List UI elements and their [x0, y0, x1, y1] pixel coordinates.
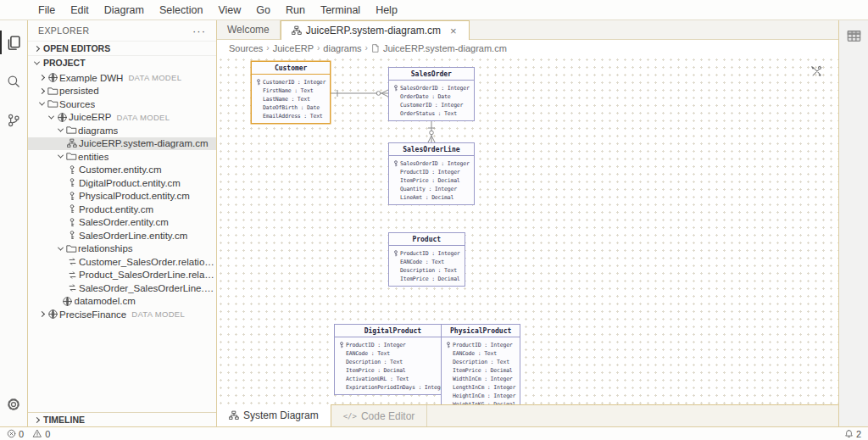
chevron-down-icon [34, 58, 40, 64]
attribute-eancode: EANCode : Text [339, 349, 447, 358]
right-rail [839, 20, 868, 426]
entity-salesorder[interactable]: SalesOrderSalesOrderID : IntegerOrderDat… [388, 67, 475, 121]
data-model-badge: DATA MODEL [131, 309, 185, 319]
project-section[interactable]: PROJECT [28, 55, 216, 70]
files-icon[interactable] [0, 25, 28, 59]
menu-item-go[interactable]: Go [248, 2, 278, 19]
attribute-customerid: CustomerID : Integer [256, 78, 326, 86]
entity-salesorderline[interactable]: SalesOrderLineSalesOrderID : IntegerProd… [388, 142, 475, 205]
menu-item-terminal[interactable]: Terminal [313, 2, 368, 19]
tree-item-juiceerp-system-diagram-cm[interactable]: JuiceERP.system-diagram.cm [28, 137, 216, 151]
tree-item-label: entities [78, 152, 108, 162]
entity-physicalproduct[interactable]: PhysicalProductProductID : IntegerEANCod… [441, 324, 520, 404]
entity-product[interactable]: ProductProductID : IntegerEANCode : Text… [388, 232, 465, 287]
attribute-text: EANCode : Text [346, 350, 390, 357]
tree-item-salesorder-salesorderline-relationshi-[interactable]: SalesOrder_SalesOrderLine.relationshi... [28, 281, 216, 295]
attribute-productid: ProductID : Integer [339, 341, 447, 349]
attribute-expirationperiodindays: ExpirationPeriodInDays : Integer [339, 383, 447, 392]
tree-item-juiceerp[interactable]: JuiceERPDATA MODEL [28, 111, 216, 125]
tree-item-digitalproduct-entity-cm[interactable]: DigitalProduct.entity.cm [28, 176, 216, 190]
entity-icon [65, 177, 79, 188]
tree-item-example-dwh[interactable]: Example DWHDATA MODEL [28, 71, 216, 85]
chevron-right-icon [37, 312, 46, 316]
search-icon[interactable] [0, 64, 28, 98]
relationship-icon [65, 256, 79, 267]
attribute-orderstatus: OrderStatus : Text [393, 109, 470, 118]
tree-item-label: Sources [59, 99, 95, 109]
breadcrumb-item-diagrams[interactable]: diagrams [323, 43, 361, 53]
close-icon[interactable]: × [448, 25, 459, 37]
menu-item-view[interactable]: View [210, 2, 248, 19]
breadcrumb-item-juiceerp[interactable]: JuiceERP [273, 43, 314, 53]
attribute-text: ProductID : Integer [453, 342, 513, 348]
diagram-canvas[interactable]: CustomerCustomerID : IntegerFirstName : … [217, 56, 838, 404]
entity-attributes: ProductID : IntegerEANCode : TextDescrip… [389, 246, 465, 286]
attribute-description: Description : Text [446, 358, 515, 366]
timeline-section[interactable]: TIMELINE [28, 412, 216, 426]
chevron-down-icon [56, 128, 64, 132]
attribute-description: Description : Text [339, 358, 447, 366]
attribute-text: ItemPrice : Decimal [346, 367, 406, 374]
tree-item-physicalproduct-entity-cm[interactable]: PhysicalProduct.entity.cm [28, 190, 216, 203]
more-actions-icon[interactable]: ··· [189, 25, 209, 37]
attribute-text: WidthInCm : Integer [453, 376, 513, 382]
tree-item-precisefinance[interactable]: PreciseFinanceDATA MODEL [28, 308, 216, 321]
menu-bar: FileEditDiagramSelectionViewGoRunTermina… [0, 0, 868, 20]
menu-item-file[interactable]: File [31, 2, 63, 19]
menu-item-selection[interactable]: Selection [152, 2, 210, 19]
tree-item-entities[interactable]: entities [28, 150, 216, 164]
breadcrumb-item-file[interactable]: JuiceERP.system-diagram.cm [383, 43, 507, 53]
chevron-down-icon [56, 247, 64, 251]
tree-item-sources[interactable]: Sources [28, 97, 216, 111]
document-icon [371, 43, 380, 53]
entity-customer[interactable]: CustomerCustomerID : IntegerFirstName : … [251, 61, 331, 124]
tree-item-salesorder-entity-cm[interactable]: SalesOrder.entity.cm [28, 216, 216, 230]
folder-icon [64, 243, 78, 254]
tree-item-diagrams[interactable]: diagrams [28, 124, 216, 137]
entity-digitalproduct[interactable]: DigitalProductProductID : IntegerEANCode… [334, 324, 452, 395]
tree-item-relationships[interactable]: relationships [28, 242, 216, 256]
tree-item-product-salesorderline-relationship-cm[interactable]: Product_SalesOrderLine.relationship.cm [28, 269, 216, 282]
attribute-text: EANCode : Text [400, 259, 444, 265]
mode-tab-label: Code Editor [361, 410, 415, 422]
table-view-icon[interactable] [845, 27, 862, 44]
entity-icon [65, 230, 79, 241]
problems-errors[interactable]: 0 [7, 429, 24, 439]
gear-icon[interactable] [0, 387, 28, 421]
entity-title: SalesOrderLine [389, 143, 474, 156]
tree-item-label: SalesOrder_SalesOrderLine.relationshi... [79, 283, 216, 293]
entity-attributes: SalesOrderID : IntegerProductID : Intege… [389, 156, 474, 204]
menu-item-run[interactable]: Run [278, 2, 313, 19]
editor-area: WelcomeJuiceERP.system-diagram.cm× Sourc… [217, 20, 839, 426]
attribute-text: OrderDate : Date [400, 93, 450, 100]
editor-tab-welcome[interactable]: Welcome [217, 20, 281, 39]
breadcrumb: Sources›JuiceERP›diagrams›JuiceERP.syste… [217, 40, 838, 56]
relationship-icon [65, 270, 79, 281]
mode-tab-system-diagram[interactable]: System Diagram [217, 404, 331, 426]
tree-item-datamodel-cm[interactable]: datamodel.cm [28, 295, 216, 309]
editor-tab-juiceerp-system-diagram-cm[interactable]: JuiceERP.system-diagram.cm× [281, 20, 470, 40]
problems-warnings[interactable]: 0 [32, 429, 50, 439]
tree-item-customer-entity-cm[interactable]: Customer.entity.cm [28, 164, 216, 177]
entity-attributes: ProductID : IntegerEANCode : TextDescrip… [442, 337, 520, 404]
model-icon [46, 72, 59, 83]
mode-tab-code-editor[interactable]: </>Code Editor [331, 405, 428, 426]
menu-item-diagram[interactable]: Diagram [97, 2, 152, 19]
diagram-icon [65, 138, 79, 148]
menu-item-help[interactable]: Help [368, 2, 405, 19]
key-icon [256, 79, 263, 86]
source-control-icon[interactable] [0, 103, 28, 137]
breadcrumb-item-sources[interactable]: Sources [229, 43, 263, 53]
tree-item-label: PreciseFinance [59, 309, 126, 320]
bell-icon [844, 429, 854, 439]
notifications-button[interactable]: 2 [844, 429, 861, 439]
tree-item-customer-salesorder-relationship-cm[interactable]: Customer_SalesOrder.relationship.cm [28, 255, 216, 269]
menu-item-edit[interactable]: Edit [63, 2, 97, 19]
tree-item-product-entity-cm[interactable]: Product.entity.cm [28, 203, 216, 216]
tree-item-salesorderline-entity-cm[interactable]: SalesOrderLine.entity.cm [28, 229, 216, 242]
open-editors-section[interactable]: OPEN EDITORS [28, 41, 216, 55]
attribute-eancode: EANCode : Text [393, 258, 460, 266]
diagram-tools-icon[interactable] [810, 64, 823, 78]
tree-item-persisted[interactable]: persisted [28, 85, 216, 98]
attribute-productid: ProductID : Integer [393, 249, 460, 258]
